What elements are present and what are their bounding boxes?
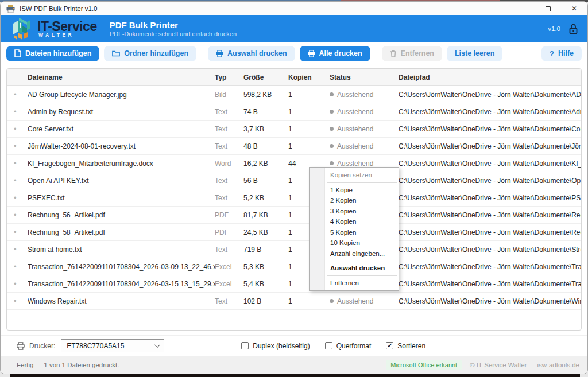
remove-button[interactable]: Entfernen — [382, 46, 442, 61]
menu-item-copy-option[interactable]: 1 Kopie — [310, 185, 399, 196]
status-text: Ausstehend — [337, 160, 373, 168]
logo-line1: IT-Service — [37, 20, 97, 33]
status-text: Ausstehend — [337, 108, 373, 116]
chevron-down-icon — [154, 342, 160, 348]
menu-item-copy-option[interactable]: 3 Kopien — [310, 206, 399, 217]
add-files-label: Dateien hinzufügen — [25, 49, 91, 57]
printer-label-group: Drucker: — [17, 342, 55, 350]
print-option-checkbox[interactable]: Sortieren — [386, 342, 425, 350]
col-kopien[interactable]: Kopien — [288, 73, 330, 81]
remove-label: Entfernen — [401, 49, 434, 57]
status-dot-icon — [330, 161, 334, 165]
printer-icon — [216, 50, 223, 57]
cell-type: PDF — [215, 211, 243, 219]
cell-filename: Core Server.txt — [28, 125, 215, 133]
cell-path: C:\Users\JörnWalter\OneDrive - Jörn Walt… — [399, 194, 581, 202]
add-folder-label: Ordner hinzufügen — [124, 49, 188, 57]
col-typ[interactable]: Typ — [215, 73, 243, 81]
printer-select[interactable]: ET788C770A5A15 — [61, 339, 164, 352]
cell-path: C:\Users\JörnWalter\OneDrive - Jörn Walt… — [399, 91, 581, 99]
cell-size: 5,3 KB — [243, 263, 288, 271]
menu-item-copy-option[interactable]: 10 Kopien — [310, 238, 399, 248]
print-option-checkbox[interactable]: Duplex (beidseitig) — [241, 342, 310, 350]
cell-type: Word — [215, 160, 243, 168]
table-header-row: Dateiname Typ Größe Kopien Status Dateip… — [7, 69, 581, 86]
cell-filename: JörnWalter-2024-08-01-recovery.txt — [28, 142, 215, 150]
checkbox-label: Querformat — [336, 342, 372, 350]
table-row[interactable]: • Rechnung_58_Artikel.pdf PDF 24,5 KB 1 … — [7, 224, 581, 241]
menu-item-copy-option[interactable]: 4 Kopien — [310, 216, 399, 227]
cell-copies: 1 — [288, 125, 330, 133]
row-bullet-icon: • — [14, 125, 28, 133]
table-row[interactable]: • Rechnung_56_Artikel.pdf PDF 81,7 KB 1 … — [7, 207, 581, 224]
cell-type: Text — [215, 246, 243, 254]
menu-item-remove[interactable]: Entfernen — [310, 278, 399, 289]
table-row[interactable]: • Windows Repair.txt Text 102 B 1 Ausste… — [7, 293, 581, 310]
add-folder-button[interactable]: Ordner hinzufügen — [104, 46, 196, 61]
checkbox-icon[interactable] — [386, 342, 393, 349]
app-icon — [6, 5, 15, 13]
cell-filename: KI_Fragebogen_Mitarbeiterumfrage.docx — [28, 160, 215, 168]
menu-item-copy-option[interactable]: Anzahl eingeben... — [310, 248, 399, 259]
printer-icon — [308, 50, 315, 57]
checkbox-icon[interactable] — [325, 342, 332, 349]
col-dateipfad[interactable]: Dateipfad — [399, 73, 581, 81]
table-row[interactable]: • Open Ai API KEY.txt Text 56 B 1 Ausste… — [7, 172, 581, 189]
cell-copies: 44 — [288, 160, 330, 168]
status-text: Ausstehend — [337, 91, 373, 99]
status-dot-icon — [330, 299, 334, 303]
trash-icon — [390, 50, 397, 57]
table-row[interactable]: • Admin by Request.txt Text 74 B 1 Ausst… — [7, 103, 581, 121]
col-groesse[interactable]: Größe — [243, 73, 288, 81]
menu-item-copy-option[interactable]: 2 Kopien — [310, 195, 399, 206]
table-row[interactable]: • Transaction_7614220091101708304_2026-0… — [7, 258, 581, 275]
table-row[interactable]: • Core Server.txt Text 3,7 KB 1 Ausstehe… — [7, 121, 581, 138]
clear-list-button[interactable]: Liste leeren — [447, 46, 502, 61]
close-button[interactable]: ✕ — [561, 2, 587, 15]
menu-separator — [327, 261, 397, 261]
table-body: • AD Group Lifecycle Manager.jpg Bild 59… — [7, 86, 581, 310]
cell-size: 48 B — [243, 142, 288, 150]
cell-filename: Admin by Request.txt — [28, 108, 215, 116]
cell-copies: 1 — [288, 108, 330, 116]
header-right: v1.0 — [548, 24, 578, 34]
table-row[interactable]: • JörnWalter-2024-08-01-recovery.txt Tex… — [7, 138, 581, 155]
printer-label: Drucker: — [29, 342, 55, 350]
cell-filename: Strom at home.txt — [28, 246, 215, 254]
app-title: PDF Bulk Printer — [110, 20, 237, 30]
minimize-button[interactable]: – — [508, 2, 535, 15]
print-all-button[interactable]: Alle drucken — [300, 46, 370, 61]
table-row[interactable]: • PSEXEC.txt Text 5,2 KB 1 Ausstehend C:… — [7, 189, 581, 207]
row-bullet-icon: • — [14, 262, 28, 271]
menu-item-print-selection[interactable]: Auswahl drucken — [310, 263, 399, 274]
checkbox-icon[interactable] — [241, 342, 249, 349]
folder-icon — [112, 50, 120, 57]
print-selection-button[interactable]: Auswahl drucken — [208, 46, 295, 61]
cell-size: 5,2 KB — [243, 194, 288, 202]
cell-type: Excel — [215, 280, 243, 288]
lock-icon[interactable] — [568, 24, 578, 34]
cell-filename: AD Group Lifecycle Manager.jpg — [28, 91, 215, 99]
status-message: Fertig — 1 von 1 Dateien gedruckt. — [17, 362, 386, 368]
print-option-checkbox[interactable]: Querformat — [325, 342, 372, 350]
toolbar: Dateien hinzufügen Ordner hinzufügen Aus… — [1, 42, 587, 65]
add-files-button[interactable]: Dateien hinzufügen — [6, 46, 99, 61]
table-row[interactable]: • KI_Fragebogen_Mitarbeiterumfrage.docx … — [7, 155, 581, 172]
print-all-label: Alle drucken — [319, 49, 362, 57]
cell-path: C:\Users\JörnWalter\OneDrive - Jörn Walt… — [399, 177, 581, 185]
cell-size: 719 B — [243, 246, 288, 254]
menu-item-copy-option[interactable]: 5 Kopien — [310, 227, 399, 238]
col-dateiname[interactable]: Dateiname — [28, 73, 215, 81]
row-bullet-icon: • — [14, 245, 28, 254]
status-bar: Fertig — 1 von 1 Dateien gedruckt. Micro… — [1, 356, 587, 374]
context-menu-header: Kopien setzen — [310, 170, 399, 181]
help-button[interactable]: ? Hilfe — [541, 46, 582, 61]
table-row[interactable]: • AD Group Lifecycle Manager.jpg Bild 59… — [7, 86, 581, 103]
cell-size: 74 B — [243, 108, 288, 116]
cell-size: 16,2 KB — [243, 160, 288, 168]
cell-copies: 1 — [288, 297, 330, 305]
table-row[interactable]: • Transaction_7614220091101708304_2026-0… — [7, 275, 581, 293]
col-status[interactable]: Status — [330, 73, 399, 81]
maximize-button[interactable] — [535, 2, 561, 15]
table-row[interactable]: • Strom at home.txt Text 719 B 1 Aussteh… — [7, 241, 581, 258]
